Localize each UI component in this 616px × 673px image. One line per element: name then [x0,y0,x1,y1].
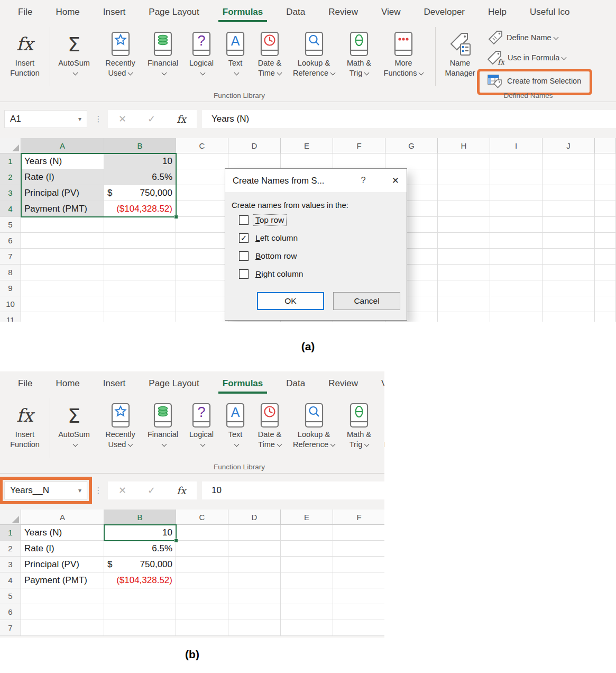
cell-a11[interactable] [21,312,104,322]
confirm-entry-icon[interactable]: ✓ [148,485,155,496]
cell-x11[interactable] [595,312,616,322]
cell-d6[interactable] [228,604,281,620]
cell-d4[interactable] [228,572,281,588]
cell-b11[interactable] [104,312,176,322]
cell-f1[interactable] [333,525,384,541]
cell-b4[interactable]: ($104,328.52) [104,572,176,588]
select-all-corner[interactable] [0,138,21,153]
tab-home[interactable]: Home [44,0,91,24]
cell-d3[interactable] [228,557,281,572]
cell-f5[interactable] [333,588,384,604]
cell-i2[interactable] [490,169,543,185]
tab-insert[interactable]: Insert [91,0,137,24]
cell-f3[interactable] [333,557,384,572]
tab-help[interactable]: Help [476,0,518,24]
cell-b5[interactable] [104,217,176,233]
column-header-a[interactable]: A [21,510,104,525]
cell-a4[interactable]: Payment (PMT) [21,201,104,217]
cell-c4[interactable] [176,201,228,217]
cancel-entry-icon[interactable]: ✕ [118,485,126,496]
cell-i9[interactable] [490,280,543,296]
insert-function-fx-icon[interactable]: fx [177,113,186,125]
cell-j8[interactable] [543,265,595,280]
cell-i7[interactable] [490,249,543,265]
cell-e1[interactable] [281,153,333,169]
lookup-reference-button[interactable]: Lookup &Reference [289,396,339,450]
column-header-b[interactable]: B [104,138,176,153]
cell-e6[interactable] [281,604,333,620]
cell-j3[interactable] [543,185,595,201]
row-header-1[interactable]: 1 [0,525,21,541]
cell-h7[interactable] [438,249,490,265]
row-header-8[interactable]: 8 [0,265,21,280]
cell-j4[interactable] [543,201,595,217]
cell-b8[interactable] [104,265,176,280]
cell-a2[interactable]: Rate (I) [21,169,104,185]
cell-a1[interactable]: Years (N) [21,525,104,541]
column-header-f[interactable]: F [333,510,384,525]
cell-x5[interactable] [595,217,616,233]
cell-e2[interactable] [281,541,333,557]
checkbox-left-column[interactable]: ✓ Left column [239,233,400,243]
cell-c2[interactable] [176,169,228,185]
cell-i1[interactable] [490,153,543,169]
cell-d1[interactable] [228,525,281,541]
cell-x7[interactable] [595,249,616,265]
cell-e1[interactable] [281,525,333,541]
cell-d1[interactable] [228,153,281,169]
cell-x10[interactable] [595,296,616,312]
tab-data[interactable]: Data [274,0,317,24]
tab-file[interactable]: File [6,0,44,24]
cell-j5[interactable] [543,217,595,233]
insert-function-button[interactable]: fxInsertFunction [0,396,50,450]
column-header-c[interactable]: C [176,510,228,525]
ok-button[interactable]: OK [257,292,324,310]
tab-insert[interactable]: Insert [91,371,137,395]
recently-used-button[interactable]: RecentlyUsed [98,396,143,450]
cell-c5[interactable] [176,588,228,604]
row-header-10[interactable]: 10 [0,296,21,312]
tab-view[interactable]: View [370,371,384,395]
cell-a2[interactable]: Rate (I) [21,541,104,557]
cell-x9[interactable] [595,280,616,296]
row-header-2[interactable]: 2 [0,541,21,557]
tab-page-layout[interactable]: Page Layout [137,0,210,24]
row-header-1[interactable]: 1 [0,153,21,169]
cell-j11[interactable] [543,312,595,322]
tab-view[interactable]: View [370,0,412,24]
tab-review[interactable]: Review [317,371,370,395]
cell-a7[interactable] [21,249,104,265]
checkbox-box[interactable]: ✓ [239,233,249,243]
cell-d5[interactable] [228,588,281,604]
cell-c1[interactable] [176,153,228,169]
row-header-6[interactable]: 6 [0,233,21,249]
cell-a5[interactable] [21,588,104,604]
row-header-7[interactable]: 7 [0,249,21,265]
create-from-selection-button[interactable]: Create from Selection [484,72,584,90]
cell-c3[interactable] [176,185,228,201]
name-box-dropdown-icon[interactable]: ▾ [78,487,81,494]
tab-useful-ico[interactable]: Useful Ico [518,0,582,24]
cell-j1[interactable] [543,153,595,169]
financial-button[interactable]: Financial [143,24,183,78]
cell-x1[interactable] [595,153,616,169]
cell-b9[interactable] [104,280,176,296]
confirm-entry-icon[interactable]: ✓ [148,113,155,125]
tab-data[interactable]: Data [274,371,317,395]
cell-a10[interactable] [21,296,104,312]
cell-c11[interactable] [176,312,228,322]
cell-c8[interactable] [176,265,228,280]
checkbox-top-row[interactable]: Top row [239,215,400,225]
fill-handle[interactable] [174,539,178,543]
cell-c6[interactable] [176,604,228,620]
cell-i6[interactable] [490,233,543,249]
row-header-4[interactable]: 4 [0,572,21,588]
cell-i4[interactable] [490,201,543,217]
column-header-e[interactable]: E [281,138,333,153]
text-button[interactable]: AText [220,24,251,78]
cell-c7[interactable] [176,620,228,636]
cell-i5[interactable] [490,217,543,233]
cell-h3[interactable] [438,185,490,201]
row-header-9[interactable]: 9 [0,280,21,296]
recently-used-button[interactable]: RecentlyUsed [98,24,143,78]
